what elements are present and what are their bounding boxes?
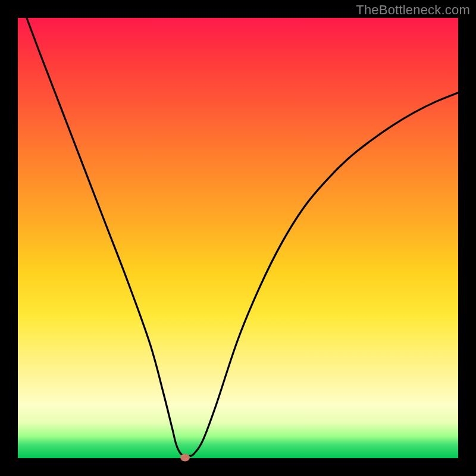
minimum-marker bbox=[180, 453, 190, 461]
bottleneck-curve bbox=[18, 18, 458, 458]
watermark-text: TheBottleneck.com bbox=[356, 2, 470, 18]
plot-area bbox=[18, 18, 458, 458]
chart-frame: TheBottleneck.com bbox=[0, 0, 476, 476]
